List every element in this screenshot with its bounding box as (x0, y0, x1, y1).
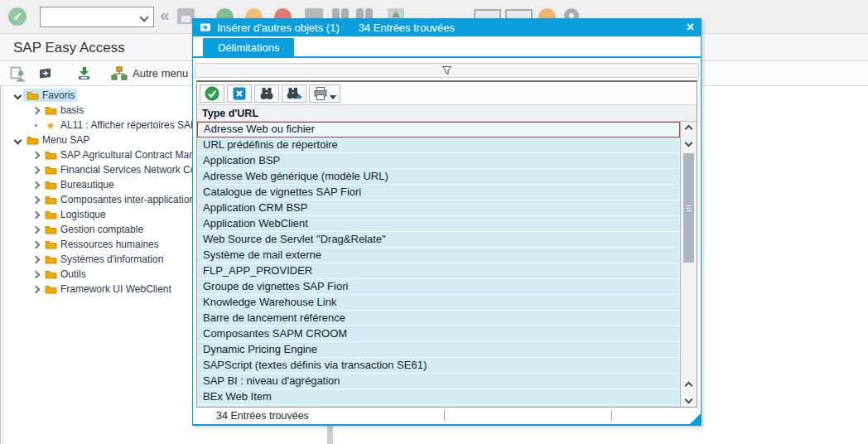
chevron-right-icon[interactable] (30, 212, 41, 218)
find-next-button[interactable] (282, 84, 306, 103)
cancel-button[interactable] (227, 84, 252, 103)
tree-item-content: Logistique (41, 208, 108, 221)
tree-item-content: Composantes inter-applications (41, 193, 202, 206)
user-menu-button[interactable] (8, 65, 28, 83)
find-button[interactable] (254, 84, 279, 103)
dialog-title-bar[interactable]: Insérer d'autres objets (1) 34 Entrées t… (193, 18, 701, 36)
list-item[interactable]: Dynamic Pricing Engine (197, 342, 680, 358)
list-item[interactable]: Web Source de Servlet "Drag&Relate" (197, 232, 680, 248)
other-menu-button[interactable] (109, 65, 129, 83)
tree-item-content: Framework UI WebClient (41, 282, 174, 296)
print-button[interactable] (309, 84, 340, 103)
chevron-right-icon[interactable] (30, 108, 41, 113)
close-icon[interactable]: × (687, 21, 694, 34)
tree-item-content: Gestion comptable (41, 223, 146, 236)
folder-icon (44, 239, 57, 249)
folder-icon (44, 210, 57, 220)
download-arrow-icon (76, 66, 93, 81)
sap-menu-button[interactable] (36, 65, 56, 83)
tree-item-label: Framework UI WebClient (60, 283, 171, 295)
list-item[interactable]: BEx Web Item (197, 389, 680, 405)
binoculars-icon (259, 86, 274, 101)
chevron-right-icon[interactable] (30, 257, 41, 263)
printer-icon (313, 86, 328, 101)
list-item[interactable]: Adresse Web ou fichier (197, 122, 680, 138)
enter-button[interactable]: ✓ (8, 7, 27, 26)
cancel-x-icon (232, 86, 247, 101)
list-item[interactable]: FLP_APP_PROVIDER (197, 263, 680, 279)
list-item[interactable]: Application CRM BSP (197, 200, 680, 216)
column-header[interactable]: Type d'URL (197, 105, 697, 122)
folder-icon (26, 90, 39, 100)
tree-item-content: Favoris (23, 89, 77, 102)
sap-menu-icon (38, 66, 55, 81)
scroll-down-button-bottom[interactable] (681, 393, 697, 407)
chevron-down-icon[interactable] (12, 138, 23, 143)
other-menu-label[interactable]: Autre menu (133, 67, 188, 80)
collapse-toolbar-icon[interactable]: « (160, 5, 170, 25)
scroll-track[interactable] (681, 150, 697, 379)
tab-delimitations[interactable]: Délimitations (203, 38, 294, 56)
tree-item-label: Gestion comptable (60, 224, 143, 235)
resize-grip[interactable] (690, 413, 701, 424)
list-item[interactable]: Barre de lancement référence (197, 311, 680, 326)
dropdown-caret-icon (330, 95, 336, 99)
user-icon (10, 66, 27, 82)
list-item[interactable]: URL prédéfinis de répertoire (197, 138, 680, 153)
folder-icon (44, 224, 57, 234)
scroll-up-button-bottom[interactable] (681, 379, 697, 393)
ok-button[interactable] (200, 84, 224, 103)
status-separator (611, 410, 612, 421)
list-item[interactable]: Système de mail externe (197, 248, 680, 263)
check-icon: ✓ (12, 10, 22, 23)
list-item[interactable]: Composantes SAPM CROOM (197, 326, 680, 342)
list-item[interactable]: Knowledge Warehouse Link (197, 295, 680, 311)
chevron-right-icon[interactable] (30, 152, 41, 158)
tree-item-label: SAP Agricultural Contract Mana (60, 149, 200, 161)
chevron-down-icon[interactable] (12, 93, 23, 99)
add-to-favorites-button[interactable] (75, 65, 94, 83)
window-frame-line (2, 86, 3, 444)
list-item[interactable]: Application WebClient (197, 216, 680, 232)
scroll-thumb[interactable] (683, 153, 694, 263)
list-item[interactable]: Groupe de vignettes SAP Fiori (197, 279, 680, 295)
folder-icon (44, 105, 57, 115)
list-item[interactable]: Application BSP (197, 153, 680, 169)
binoculars-plus-icon (287, 86, 302, 101)
command-field[interactable] (40, 7, 154, 27)
chevron-right-icon[interactable] (30, 242, 41, 248)
chevron-right-icon[interactable] (30, 272, 41, 278)
folder-icon (44, 165, 57, 175)
list-item[interactable]: Adresse Web générique (modèle URL) (197, 169, 680, 185)
scroll-down-button[interactable] (681, 136, 697, 150)
filter-bar[interactable] (195, 63, 699, 78)
chevron-right-icon[interactable] (30, 182, 41, 188)
chevron-right-icon[interactable] (30, 197, 41, 203)
chevron-down-icon[interactable] (139, 12, 148, 22)
scroll-up-button[interactable] (681, 122, 697, 136)
chevron-right-icon[interactable] (30, 287, 41, 292)
tab-underline (193, 56, 701, 58)
tree-item-content: Menu SAP (23, 133, 92, 147)
folder-icon (44, 254, 57, 264)
list-item[interactable]: Catalogue de vignettes SAP Fiori (197, 185, 680, 200)
tree-item-label: AL11 : Afficher répertoires SAP (60, 119, 197, 131)
dialog-status-bar: 34 Entrées trouvées (193, 408, 701, 424)
tree-item-label: Bureautique (60, 179, 114, 191)
command-input[interactable] (41, 7, 141, 27)
tree-item-label: Outils (60, 268, 86, 280)
folder-icon (44, 269, 57, 279)
sap-gui-window: ✓ « SAP Easy Access (0, 0, 868, 444)
url-type-list: Adresse Web ou fichierURL prédéfinis de … (197, 122, 680, 407)
tree-item-content: SAP Agricultural Contract Mana (41, 148, 203, 162)
list-item[interactable]: SAP BI : niveau d'agrégation (197, 374, 680, 389)
leaf-dot-icon (30, 124, 41, 127)
chevron-right-icon[interactable] (30, 167, 41, 173)
ok-check-icon (205, 86, 219, 101)
dialog-title: Insérer d'autres objets (1) (217, 22, 340, 34)
tree-item-content: Outils (41, 268, 89, 281)
folder-icon (44, 150, 57, 160)
list-item[interactable]: SAPScript (textes définis via transactio… (197, 358, 680, 374)
chevron-right-icon[interactable] (30, 227, 41, 233)
dialog-tab-row: Délimitations (193, 36, 701, 56)
